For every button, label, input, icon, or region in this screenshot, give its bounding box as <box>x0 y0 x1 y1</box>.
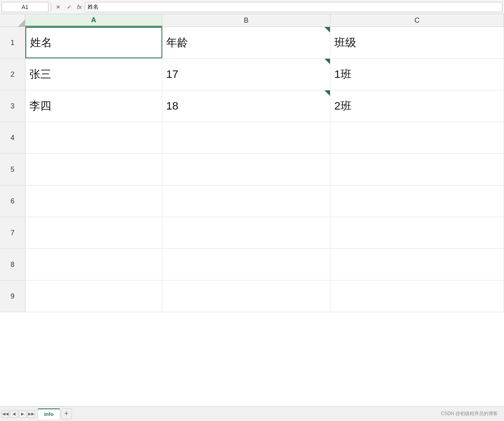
table-row: 4 <box>0 122 504 154</box>
corner-cell[interactable] <box>0 14 25 27</box>
tab-bar: ◀◀ ◀ ▶ ▶▶ info + CSDN @初级程序员的博客 <box>0 406 504 421</box>
formula-bar: ✕ ✓ fx <box>0 0 504 14</box>
cell-reference-box[interactable] <box>2 2 48 12</box>
formula-input[interactable] <box>85 2 502 12</box>
cell-b1[interactable]: 年龄 <box>162 27 330 58</box>
cell-b3[interactable]: 18 <box>162 90 330 122</box>
cell-c7[interactable] <box>330 217 504 248</box>
rows-area: 1 姓名 年龄 班级 2 张三 17 1班 3 李四 18 <box>0 27 504 406</box>
table-row: 2 张三 17 1班 <box>0 59 504 90</box>
cell-a8[interactable] <box>25 249 162 280</box>
cell-a9[interactable] <box>25 281 162 312</box>
cell-c1[interactable]: 班级 <box>330 27 504 58</box>
cell-b8[interactable] <box>162 249 330 280</box>
cell-b1-value: 年龄 <box>166 35 188 50</box>
cell-a3[interactable]: 李四 <box>25 90 162 122</box>
cell-b2-value: 17 <box>166 68 178 81</box>
scroll-next-arrow[interactable]: ▶ <box>19 410 27 418</box>
cell-b3-value: 18 <box>166 100 178 112</box>
confirm-formula-button[interactable]: ✓ <box>65 2 74 12</box>
cell-a7[interactable] <box>25 217 162 248</box>
cell-b9[interactable] <box>162 281 330 312</box>
cell-b6[interactable] <box>162 185 330 217</box>
cell-c6[interactable] <box>330 185 504 217</box>
cell-b5[interactable] <box>162 154 330 185</box>
green-triangle-indicator <box>325 90 330 96</box>
table-row: 6 <box>0 185 504 217</box>
row-header-1[interactable]: 1 <box>0 27 25 58</box>
table-row: 1 姓名 年龄 班级 <box>0 27 504 59</box>
cell-c9[interactable] <box>330 281 504 312</box>
scroll-prev-arrow[interactable]: ◀ <box>10 410 18 418</box>
cell-b7[interactable] <box>162 217 330 248</box>
cancel-formula-button[interactable]: ✕ <box>54 2 63 12</box>
cell-c4[interactable] <box>330 122 504 153</box>
add-sheet-button[interactable]: + <box>61 408 72 419</box>
row-header-7[interactable]: 7 <box>0 217 25 248</box>
row-header-9[interactable]: 9 <box>0 281 25 312</box>
formula-divider <box>51 3 51 11</box>
column-headers: A B C <box>0 14 504 27</box>
scroll-last-arrow[interactable]: ▶▶ <box>27 410 35 418</box>
row-header-5[interactable]: 5 <box>0 154 25 185</box>
row-header-6[interactable]: 6 <box>0 185 25 217</box>
row-header-8[interactable]: 8 <box>0 249 25 280</box>
col-header-c[interactable]: C <box>330 14 504 27</box>
fx-label: fx <box>77 4 82 10</box>
cell-a5[interactable] <box>25 154 162 185</box>
col-header-a[interactable]: A <box>25 14 162 27</box>
scroll-first-arrow[interactable]: ◀◀ <box>2 410 9 418</box>
table-row: 8 <box>0 249 504 281</box>
cell-c5[interactable] <box>330 154 504 185</box>
spreadsheet: A B C 1 姓名 年龄 班级 2 张三 17 1班 3 李四 <box>0 14 504 406</box>
green-triangle-indicator <box>325 59 330 64</box>
cell-a2[interactable]: 张三 <box>25 59 162 90</box>
cell-a6[interactable] <box>25 185 162 217</box>
table-row: 7 <box>0 217 504 249</box>
cell-c3[interactable]: 2班 <box>330 90 504 122</box>
cell-a4[interactable] <box>25 122 162 153</box>
cell-a1[interactable]: 姓名 <box>25 27 162 58</box>
table-row: 5 <box>0 154 504 185</box>
col-header-b[interactable]: B <box>162 14 330 27</box>
row-header-3[interactable]: 3 <box>0 90 25 122</box>
table-row: 3 李四 18 2班 <box>0 90 504 122</box>
row-header-2[interactable]: 2 <box>0 59 25 90</box>
cell-c8[interactable] <box>330 249 504 280</box>
cell-b4[interactable] <box>162 122 330 153</box>
cell-b2[interactable]: 17 <box>162 59 330 90</box>
sheet-tab-info[interactable]: info <box>38 408 60 419</box>
watermark: CSDN @初级程序员的博客 <box>441 410 502 417</box>
row-header-4[interactable]: 4 <box>0 122 25 153</box>
sheet-scroll-arrows: ◀◀ ◀ ▶ ▶▶ <box>2 410 35 418</box>
table-row: 9 <box>0 281 504 312</box>
cell-c2[interactable]: 1班 <box>330 59 504 90</box>
green-triangle-indicator <box>325 27 330 32</box>
